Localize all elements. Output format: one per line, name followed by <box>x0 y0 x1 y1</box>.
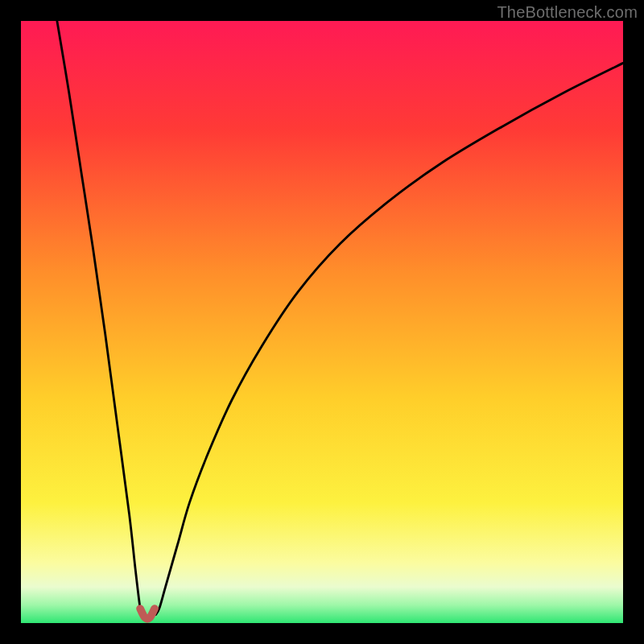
chart-frame: TheBottleneck.com <box>0 0 644 644</box>
curve-layer <box>21 21 623 623</box>
curve-left-branch <box>57 21 142 615</box>
curve-trough-blob <box>140 609 155 619</box>
curve-right-branch <box>156 63 623 614</box>
plot-area <box>21 21 623 623</box>
bottleneck-curve <box>57 21 623 619</box>
watermark-text: TheBottleneck.com <box>497 3 638 22</box>
